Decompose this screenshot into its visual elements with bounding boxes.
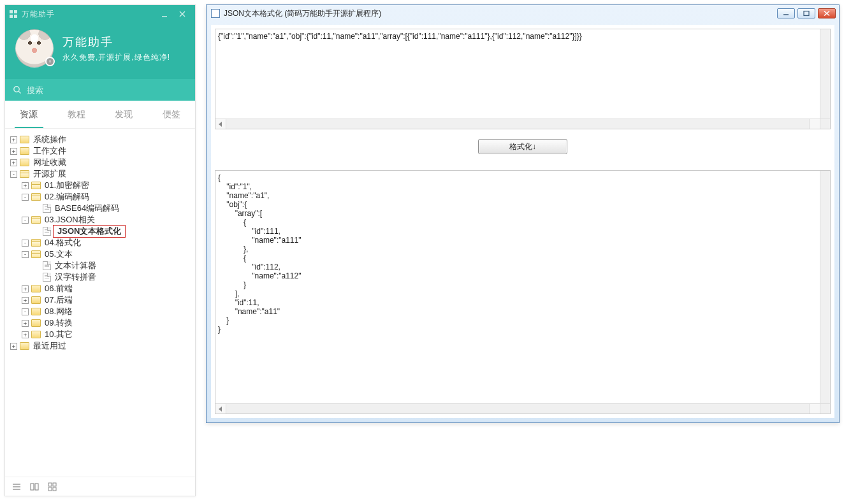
tab-tutorial[interactable]: 教程 [53, 101, 101, 128]
window-titlebar[interactable]: JSON文本格式化 (简码万能助手开源扩展程序) [207, 6, 838, 21]
resource-tree[interactable]: +系统操作+工作文件+网址收藏-开源扩展+01.加密解密-02.编码解码BASE… [5, 129, 195, 477]
window-minimize-button[interactable] [777, 8, 795, 18]
tree-file[interactable]: BASE64编码解码 [33, 203, 191, 214]
window-maximize-button[interactable] [797, 8, 815, 18]
tree-folder[interactable]: +01.加密解密 [22, 180, 191, 191]
svg-rect-16 [48, 487, 52, 491]
expander-icon[interactable]: + [10, 343, 17, 350]
expander-icon[interactable]: - [22, 308, 29, 315]
svg-rect-0 [10, 10, 13, 13]
expander-icon [33, 228, 40, 235]
tree-folder[interactable]: +06.前端 [22, 283, 191, 294]
tree-item-label: 网址收藏 [32, 157, 68, 168]
menu-icon[interactable] [11, 482, 22, 492]
svg-rect-19 [804, 11, 809, 16]
app-title: 万能助手 [22, 9, 156, 20]
panel-icon[interactable] [29, 482, 40, 492]
tree-item-label: 09.转换 [43, 317, 74, 329]
horizontal-scrollbar[interactable] [215, 403, 820, 414]
tree-folder[interactable]: -03.JSON相关 [22, 214, 191, 226]
hero-section: 万能助手 永久免费,开源扩展,绿色纯净! [5, 23, 195, 79]
folder-open-icon [31, 239, 41, 247]
svg-rect-3 [14, 15, 17, 18]
file-icon [43, 204, 51, 213]
minimize-button[interactable] [156, 5, 173, 23]
expander-icon[interactable]: + [10, 159, 17, 166]
svg-rect-14 [48, 483, 52, 486]
sidebar-panel: 万能助手 万能助手 永久免费,开源扩展,绿色纯净! 资源 教程 发现 便签 +系… [4, 4, 196, 496]
tree-item-label: 08.网络 [43, 306, 74, 317]
tree-folder[interactable]: +网址收藏 [10, 157, 191, 168]
tree-folder[interactable]: -05.文本 [22, 248, 191, 260]
json-format-window: JSON文本格式化 (简码万能助手开源扩展程序) {"id":"1","name… [206, 4, 840, 423]
tree-item-label: 01.加密解密 [43, 180, 91, 191]
folder-icon [20, 159, 29, 166]
folder-icon [31, 296, 41, 304]
folder-icon [31, 285, 41, 292]
tree-file[interactable]: 文本计算器 [33, 260, 191, 271]
tree-folder[interactable]: +系统操作 [10, 134, 191, 145]
tab-resources[interactable]: 资源 [5, 101, 53, 128]
expander-icon[interactable]: - [22, 194, 29, 201]
format-button[interactable]: 格式化↓ [478, 139, 567, 154]
tab-discover[interactable]: 发现 [100, 101, 148, 128]
folder-icon [31, 308, 41, 315]
hero-text: 万能助手 永久免费,开源扩展,绿色纯净! [62, 34, 170, 63]
tree-item-label: 03.JSON相关 [43, 214, 96, 226]
tree-folder[interactable]: -08.网络 [22, 306, 191, 317]
input-textarea[interactable]: {"id":"1","name":"a1","obj":{"id":11,"na… [215, 29, 831, 129]
vertical-scrollbar[interactable] [820, 29, 830, 119]
tree-folder[interactable]: -开源扩展 [10, 168, 191, 180]
folder-icon [20, 342, 29, 350]
grid-icon[interactable] [47, 482, 57, 492]
search-bar[interactable] [5, 79, 195, 101]
expander-icon[interactable]: + [22, 331, 29, 338]
expander-icon[interactable]: + [22, 320, 29, 327]
search-input[interactable] [27, 85, 187, 95]
expander-icon[interactable]: + [22, 285, 29, 292]
svg-line-8 [18, 91, 20, 93]
tab-notes[interactable]: 便签 [148, 101, 196, 128]
tree-item-label: 07.后端 [43, 294, 74, 306]
sidebar-titlebar: 万能助手 [5, 5, 195, 23]
file-icon [43, 273, 51, 282]
expander-icon[interactable]: - [22, 217, 29, 224]
folder-icon [31, 331, 41, 338]
expander-icon[interactable]: - [22, 251, 29, 258]
svg-rect-17 [53, 487, 56, 491]
tree-folder[interactable]: +09.转换 [22, 317, 191, 329]
window-app-icon [211, 9, 220, 18]
tree-file[interactable]: 汉字转拼音 [33, 271, 191, 283]
tree-folder[interactable]: +10.其它 [22, 329, 191, 340]
expander-icon[interactable]: + [22, 182, 29, 189]
window-close-button[interactable] [818, 8, 836, 18]
folder-icon [20, 147, 29, 155]
tree-folder[interactable]: -02.编码解码 [22, 191, 191, 203]
input-text-content: {"id":"1","name":"a1","obj":{"id":11,"na… [218, 32, 820, 119]
expander-icon[interactable]: - [10, 171, 17, 178]
folder-icon [31, 319, 41, 327]
sidebar-footer [5, 477, 195, 496]
vertical-scrollbar[interactable] [820, 171, 830, 403]
avatar-wrap [15, 29, 54, 68]
folder-open-icon [31, 250, 41, 258]
output-textarea[interactable]: { "id":"1", "name":"a1", "obj":{ "array"… [215, 170, 831, 414]
tree-item-label: 04.格式化 [43, 237, 82, 248]
file-icon [43, 261, 51, 270]
tree-folder[interactable]: +工作文件 [10, 145, 191, 157]
tree-item-label: 工作文件 [32, 145, 68, 157]
expander-icon[interactable]: + [22, 297, 29, 304]
horizontal-scrollbar[interactable] [215, 119, 820, 129]
expander-icon[interactable]: - [22, 240, 29, 247]
expander-icon[interactable]: + [10, 136, 17, 143]
tree-folder[interactable]: -04.格式化 [22, 237, 191, 248]
tree-file[interactable]: JSON文本格式化 [33, 226, 191, 237]
gender-badge-icon [45, 57, 55, 66]
expander-icon [33, 205, 40, 212]
expander-icon[interactable]: + [10, 148, 17, 155]
tree-folder[interactable]: +07.后端 [22, 294, 191, 306]
tree-folder[interactable]: +最近用过 [10, 340, 191, 352]
svg-rect-12 [31, 484, 34, 490]
svg-rect-13 [35, 484, 38, 490]
close-button[interactable] [173, 5, 191, 23]
